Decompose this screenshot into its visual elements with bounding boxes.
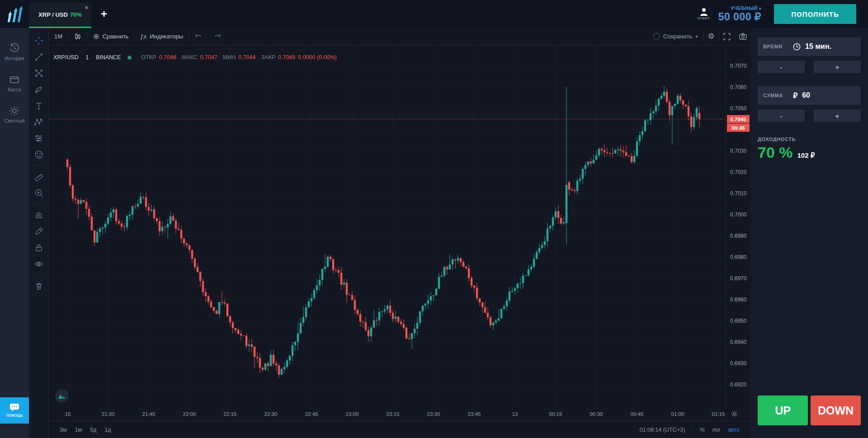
interval-label: 1M xyxy=(54,33,62,40)
divider xyxy=(33,204,45,204)
xabcd-pattern-tool-icon[interactable] xyxy=(31,114,47,130)
undo-button[interactable] xyxy=(189,28,208,45)
hide-drawings-tool-icon[interactable] xyxy=(31,256,47,272)
time-field[interactable]: ВРЕМЯ 15 мин. xyxy=(758,37,861,56)
magnet-tool-icon[interactable] xyxy=(31,207,47,223)
app-logo-icon xyxy=(0,0,29,28)
candlestick-chart[interactable]: 0.70700.70600.70500.70400.70300.70200.70… xyxy=(49,45,750,408)
redo-button[interactable] xyxy=(208,28,227,45)
measure-tool-icon[interactable] xyxy=(31,169,47,185)
compare-label: Сравнить xyxy=(102,33,128,40)
svg-text:0.7060: 0.7060 xyxy=(730,84,747,90)
amount-field[interactable]: СУММА ₽ 60 xyxy=(758,86,861,105)
snapshot-button[interactable] xyxy=(735,28,750,45)
save-cloud-icon xyxy=(653,33,660,40)
svg-text:0.6990: 0.6990 xyxy=(730,233,747,239)
time-axis-label: 00:15 xyxy=(549,411,562,417)
drawing-mode-tool-icon[interactable] xyxy=(31,223,47,240)
range-5d[interactable]: 5д xyxy=(90,427,96,433)
sidebar-item-theme[interactable]: Светлый xyxy=(5,106,25,123)
camera-icon xyxy=(739,33,747,40)
time-minus-button[interactable]: - xyxy=(758,61,805,73)
svg-text:0.7020: 0.7020 xyxy=(730,169,747,175)
deposit-button[interactable]: ПОПОЛНИТЬ xyxy=(774,4,856,24)
trend-line-tool-icon[interactable] xyxy=(31,49,47,65)
tab-close-icon[interactable]: × xyxy=(85,5,88,10)
legend-symbol[interactable]: XRP/USD xyxy=(53,54,79,61)
time-axis-label: 22:45 xyxy=(305,411,318,417)
divider xyxy=(33,165,45,166)
svg-text:0.6950: 0.6950 xyxy=(730,318,747,324)
chart-style-button[interactable] xyxy=(68,28,87,45)
top-bar: XRP / USD 70% × + START УЧЕБНЫЙ ▾ 50 000… xyxy=(0,0,868,28)
clock-utc[interactable]: 01:08:14 (UTC+3) xyxy=(640,427,685,433)
legend-exchange: BINANCE xyxy=(96,54,121,61)
chevron-down-icon: ▾ xyxy=(759,6,761,11)
svg-text:0.6930: 0.6930 xyxy=(730,360,747,367)
svg-text:0.7050: 0.7050 xyxy=(730,105,747,112)
watermark-button[interactable] xyxy=(55,389,69,403)
svg-text:0.7045: 0.7045 xyxy=(730,117,746,122)
sun-icon xyxy=(9,106,19,116)
range-1m[interactable]: 1м xyxy=(75,427,82,433)
ruble-icon: ₽ xyxy=(793,91,797,100)
remove-drawings-tool-icon[interactable] xyxy=(31,278,47,294)
time-axis[interactable]: :1521:3021:4522:0022:1522:3022:4523:0023… xyxy=(49,408,750,421)
balance-block[interactable]: УЧЕБНЫЙ ▾ 50 000 ₽ xyxy=(718,5,761,23)
user-icon xyxy=(699,8,708,16)
tab-xrp-usd[interactable]: XRP / USD 70% × xyxy=(29,3,91,28)
chat-icon xyxy=(9,403,19,411)
amount-plus-button[interactable]: + xyxy=(814,109,861,122)
undo-icon xyxy=(194,33,203,40)
compare-button[interactable]: ⊕ Сравнить xyxy=(88,28,134,45)
amount-value: 60 xyxy=(802,91,810,99)
divider xyxy=(33,275,45,275)
history-icon xyxy=(9,43,19,53)
svg-text:0.6940: 0.6940 xyxy=(730,339,747,345)
amount-minus-button[interactable]: - xyxy=(758,109,805,122)
sidebar-item-history[interactable]: История xyxy=(5,43,24,61)
indicators-button[interactable]: ƒx Индикаторы xyxy=(134,28,189,45)
percent-scale-toggle[interactable]: % xyxy=(700,427,705,433)
user-menu[interactable]: START xyxy=(698,8,710,20)
lock-drawings-tool-icon[interactable] xyxy=(31,240,47,256)
legend-interval: 1 xyxy=(85,54,89,61)
brush-tool-icon[interactable] xyxy=(31,81,47,98)
range-3m[interactable]: 3м xyxy=(60,427,67,433)
save-label: Сохранить xyxy=(663,33,693,40)
trade-panel: ВРЕМЯ 15 мин. - + СУММА ₽ 60 - + ДОХОДНО… xyxy=(750,28,868,438)
sidebar-item-label: Светлый xyxy=(5,118,25,123)
time-axis-label: 23:15 xyxy=(387,411,400,417)
account-type-label[interactable]: УЧЕБНЫЙ xyxy=(731,5,757,11)
time-plus-button[interactable]: + xyxy=(814,61,861,73)
tab-payout: 70% xyxy=(70,11,82,18)
clock-icon xyxy=(793,43,801,51)
crosshair-tool-icon[interactable] xyxy=(31,33,47,49)
svg-text:0.7030: 0.7030 xyxy=(730,148,747,154)
session-sun-icon[interactable] xyxy=(731,410,738,418)
chart-toolbar: 1M ⊕ Сравнить ƒx Индикаторы xyxy=(49,28,750,45)
log-scale-toggle[interactable]: лог xyxy=(712,427,721,433)
fib-tool-icon[interactable] xyxy=(31,65,47,81)
forecast-tool-icon[interactable] xyxy=(31,130,47,146)
sidebar-item-label: История xyxy=(5,56,24,61)
new-tab-button[interactable]: + xyxy=(91,0,117,28)
emoji-tool-icon[interactable] xyxy=(31,146,47,163)
help-button[interactable]: помощь xyxy=(0,397,29,424)
zoom-in-tool-icon[interactable] xyxy=(31,185,47,201)
auto-scale-toggle[interactable]: авто xyxy=(728,427,740,433)
help-label: помощь xyxy=(6,413,23,418)
save-layout-button[interactable]: Сохранить ▾ xyxy=(648,28,703,45)
chart-settings-button[interactable]: ⚙ xyxy=(703,28,719,45)
sidebar-item-cashier[interactable]: Касса xyxy=(8,75,21,92)
svg-text:0.6920: 0.6920 xyxy=(730,381,747,388)
text-tool-icon[interactable] xyxy=(31,98,47,114)
time-axis-label: 21:30 xyxy=(102,411,115,417)
range-1d[interactable]: 1д xyxy=(104,427,111,433)
time-axis-label: 23:00 xyxy=(346,411,359,417)
fullscreen-button[interactable] xyxy=(719,28,735,45)
down-button[interactable]: DOWN xyxy=(811,396,861,425)
time-axis-label: 00:30 xyxy=(590,411,603,417)
interval-selector[interactable]: 1M xyxy=(49,28,68,45)
up-button[interactable]: UP xyxy=(758,396,808,425)
